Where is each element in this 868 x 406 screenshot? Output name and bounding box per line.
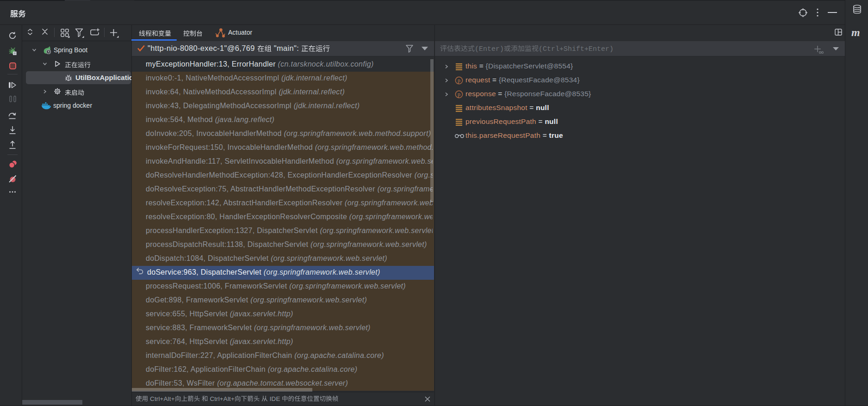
- svg-text:p: p: [458, 77, 460, 84]
- svg-text:p: p: [458, 91, 460, 98]
